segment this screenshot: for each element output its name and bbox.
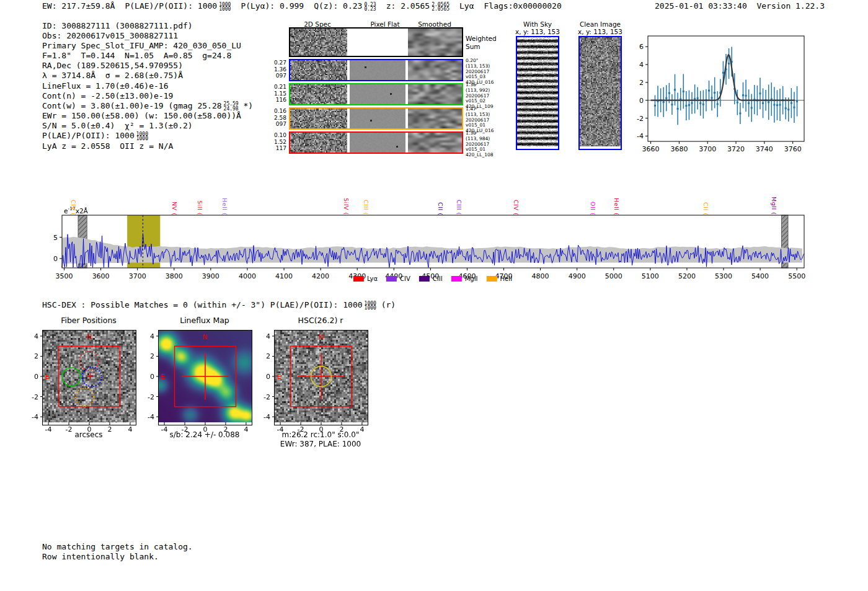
- svg-text:4100: 4100: [275, 272, 293, 280]
- svg-text:0: 0: [266, 373, 270, 381]
- svg-text:3740: 3740: [756, 145, 773, 153]
- emission-line-label: CIV (: [513, 200, 520, 215]
- svg-text:0: 0: [34, 373, 38, 381]
- info-line: λ = 3714.8Å σ = 2.68(±0.75)Å: [42, 71, 253, 81]
- info-line: Cont(w) = 3.80(±1.00)e-19 (gmag 25.2825.…: [42, 101, 253, 112]
- lineflux-map-panel: -4-2024420-2-4NE: [158, 330, 252, 425]
- svg-text:5000: 5000: [605, 272, 622, 280]
- cutout-pixelflat-image: [350, 109, 405, 128]
- legend-swatch: [451, 276, 462, 282]
- svg-text:N: N: [319, 333, 324, 341]
- weighted-sum-label: WeightedSum: [466, 35, 497, 50]
- emission-line-label: CII (: [437, 202, 444, 215]
- fiber-positions-panel: -4-2024420-2-4NE: [42, 330, 136, 425]
- emission-line-label: OII (: [590, 202, 596, 215]
- cutout-smoothed-image: [408, 29, 462, 56]
- stacked-fraction: 25.5924.98: [224, 102, 239, 111]
- hsc-caption-1: m:26.2 rc:1.0" s:0.0": [265, 430, 376, 439]
- stacked-fraction: 0.230.23: [364, 2, 376, 12]
- legend-swatch: [353, 276, 364, 282]
- cutout-2dspec-image: [290, 84, 347, 104]
- cutout-smoothed-image: [408, 133, 462, 153]
- report-version: Version 1.22.3: [756, 1, 825, 11]
- cutout-pixelflat-image: [350, 133, 405, 153]
- legend-item: HeII: [487, 275, 513, 282]
- info-line: Cont(n) = -2.50(±13.00)e-19: [42, 91, 253, 101]
- emission-line-label: SiIV (: [343, 198, 350, 215]
- emission-line-label: SiII (: [197, 200, 203, 215]
- emission-line-label: CIII (: [363, 200, 370, 215]
- emission-line-label: MgII (: [771, 197, 777, 215]
- lineflux-caption: s/b: 2.24 +/- 0.088: [149, 430, 260, 439]
- svg-text:E: E: [45, 373, 50, 381]
- svg-text:6: 6: [639, 43, 644, 51]
- cutout-fiber-row: [289, 131, 463, 154]
- info-line: RA,Dec (189.520615,54.970955): [42, 61, 253, 71]
- svg-text:4: 4: [266, 332, 270, 340]
- svg-text:3700: 3700: [699, 145, 716, 153]
- with-sky-title: With Sky x, y: 113, 153: [507, 20, 569, 35]
- cutout-fiber-row: [289, 59, 463, 81]
- svg-text:5300: 5300: [715, 272, 732, 280]
- hsc-title: HSC(26.2) r: [274, 316, 367, 325]
- svg-text:3680: 3680: [670, 145, 688, 153]
- detection-info-block: ID: 3008827111 (3008827111.pdf)Obs: 2020…: [42, 21, 253, 151]
- emission-line-label: HeII (: [613, 198, 620, 215]
- cutout-fiber-row: [289, 107, 463, 130]
- svg-text:E: E: [277, 373, 281, 381]
- info-line: LineFlux = 1.70(±0.46)e-16: [42, 81, 253, 91]
- svg-text:4800: 4800: [532, 272, 549, 280]
- svg-text:-2: -2: [637, 115, 644, 123]
- elixer-detection-report: EW: 217.7±59.8ÅP(LAE)/P(OII): 1000100010…: [0, 0, 868, 591]
- stacked-fraction: 10001000: [136, 132, 148, 141]
- report-header-stats: EW: 217.7±59.8ÅP(LAE)/P(OII): 1000100010…: [42, 1, 572, 12]
- info-line: P(LAE)/P(OII): 100010001000: [42, 131, 253, 141]
- cutout-2dspec-image: [290, 133, 347, 153]
- clean-image-canvas: [580, 37, 621, 146]
- svg-text:3760: 3760: [784, 145, 802, 153]
- svg-text:2: 2: [266, 352, 270, 360]
- cutout-pixelflat-image: [350, 84, 405, 104]
- hsc-overlay: -4-2024420-2-4NE: [275, 331, 368, 422]
- cutout-2dspec-image: [290, 29, 347, 56]
- svg-text:-4: -4: [637, 132, 644, 140]
- legend-swatch: [419, 276, 430, 282]
- svg-text:5: 5: [53, 234, 58, 242]
- emission-line-label: CII (: [702, 202, 709, 215]
- info-line: Primary Spec_Slot_IFU_AMP: 420_030_050_L…: [42, 41, 253, 51]
- info-line: EWr = 150.00(±58.00) (w: 150.00(±58.00))…: [42, 111, 253, 121]
- cutout-fiber-row: [289, 83, 463, 105]
- info-line: ID: 3008827111 (3008827111.pdf): [42, 21, 253, 31]
- stacked-fraction: 2.05652.0565: [432, 2, 450, 12]
- svg-text:4900: 4900: [569, 272, 586, 280]
- lineflux-map-title: Lineflux Map: [158, 316, 251, 325]
- svg-text:4: 4: [639, 61, 644, 69]
- line-fit-chart: 366036803700372037403760-4-20246: [648, 36, 804, 141]
- fiber-positions-title: Fiber Positions: [42, 316, 135, 325]
- svg-text:E: E: [161, 373, 166, 381]
- with-sky-image: [516, 36, 559, 150]
- svg-text:3800: 3800: [166, 272, 183, 280]
- cutout-pixelflat-image: [350, 29, 405, 56]
- svg-text:3660: 3660: [642, 145, 660, 153]
- svg-text:4: 4: [34, 332, 38, 340]
- hsc-panel: -4-2024420-2-4NE: [274, 330, 368, 425]
- lineflux-overlay: -4-2024420-2-4NE: [159, 331, 252, 422]
- cutout-smoothed-image: [408, 109, 462, 128]
- svg-text:-4: -4: [264, 413, 270, 421]
- svg-text:2: 2: [34, 352, 38, 360]
- cutout-smoothed-image: [408, 60, 462, 80]
- svg-text:N: N: [87, 333, 92, 341]
- legend-item: CIV: [386, 275, 410, 282]
- spectrum-legend: LyαCIVCIIIMgIIHeII: [353, 275, 512, 282]
- svg-text:4200: 4200: [312, 272, 329, 280]
- svg-text:-2: -2: [32, 393, 38, 401]
- svg-text:3600: 3600: [92, 272, 110, 280]
- cutout-row-fiber-id: 1.30"(113, 984)20200617v015_01420_LL_108: [466, 131, 503, 158]
- svg-text:-4: -4: [32, 413, 38, 421]
- info-line: F=1.8" T=0.144 N=1.05 A=0.85 g=24.8: [42, 51, 253, 61]
- legend-item: CIII: [419, 275, 443, 282]
- hsc-caption-2: EWr: 387, PLAE: 1000: [265, 440, 376, 448]
- emission-line-label: HeII (: [221, 198, 228, 215]
- svg-text:5500: 5500: [788, 272, 805, 280]
